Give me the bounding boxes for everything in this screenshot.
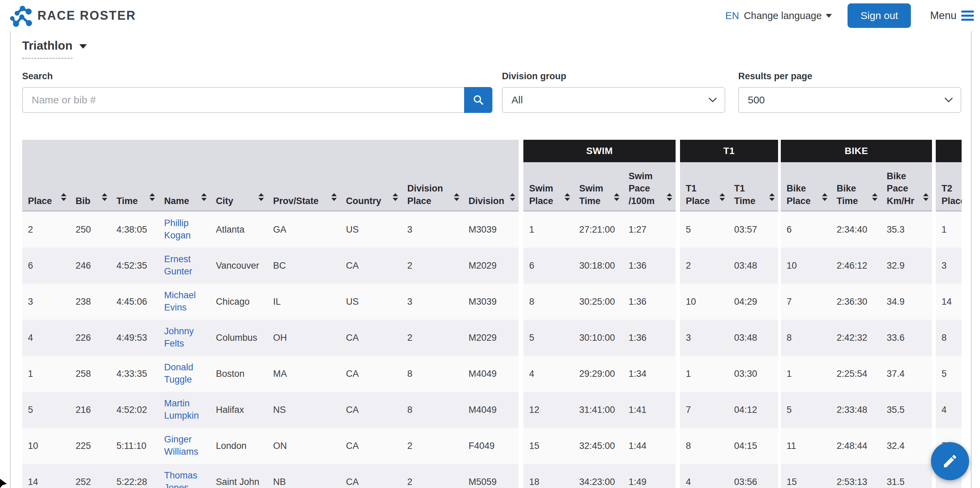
cell-swim-pace: 1:44: [623, 441, 676, 451]
edit-button[interactable]: [931, 442, 969, 480]
results-per-page-select[interactable]: 500: [738, 87, 961, 113]
cell-swim-time: 30:25:00: [573, 296, 623, 307]
group-header-t1: T1: [680, 140, 778, 162]
cell-division-place: 3: [401, 296, 463, 307]
cell-city: Boston: [210, 369, 267, 379]
cell-country: CA: [340, 369, 401, 379]
menu-label: Menu: [930, 10, 956, 22]
event-selector[interactable]: Triathlon: [22, 39, 87, 59]
change-language-button[interactable]: Change language: [744, 10, 832, 21]
cell-bib: 226: [70, 333, 111, 343]
column-header-division-place[interactable]: Division Place: [401, 140, 463, 211]
athlete-name-link[interactable]: Johnny Felts: [164, 325, 210, 350]
column-header-time[interactable]: Time: [111, 140, 158, 211]
cell-t2-place: 1: [936, 225, 962, 235]
cell-bike-pace: 32.9: [881, 260, 932, 271]
sort-icon: [719, 193, 725, 201]
cell-country: US: [340, 296, 401, 307]
group-header-swim: SWIM: [523, 140, 676, 162]
table-header: Place Bib Time Name City Prov/State Coun…: [22, 140, 519, 212]
cell-bike-place: 11: [781, 441, 831, 451]
cell-bike-time: 2:25:54: [831, 369, 881, 379]
cell-bib: 252: [70, 477, 111, 487]
athlete-name-link[interactable]: Martin Lumpkin: [164, 398, 210, 422]
column-header-t1-time[interactable]: T1 Time: [729, 162, 778, 211]
athlete-name-link[interactable]: Thomas Jones: [164, 470, 210, 488]
column-header-bike-place[interactable]: Bike Place: [781, 162, 831, 211]
cell-country: CA: [340, 441, 401, 451]
cell-prov-state: GA: [267, 225, 340, 235]
race-roster-logo[interactable]: RACE ROSTER: [9, 4, 136, 27]
cell-t2-place: 4: [936, 405, 962, 415]
table-row: 52164:52:02Martin LumpkinHalifaxNSCA8M40…: [22, 392, 519, 428]
column-header-bike-pace[interactable]: Bike Pace Km/Hr: [881, 162, 932, 211]
table-row: 62464:52:35Ernest GunterVancouverBCCA2M2…: [22, 247, 519, 284]
table-row: 1231:41:001:41: [523, 392, 676, 428]
cell-division: M5059: [463, 477, 519, 487]
athlete-name-link[interactable]: Phillip Kogan: [164, 217, 210, 241]
column-header-city[interactable]: City: [210, 140, 267, 211]
cell-city: Chicago: [210, 296, 267, 307]
pencil-icon: [942, 453, 958, 469]
filters-row: Search Division group All Re: [22, 71, 961, 122]
cell-division-place: 8: [401, 369, 463, 379]
sort-icon: [614, 193, 619, 201]
cell-time: 4:52:02: [111, 405, 158, 415]
sort-icon: [150, 193, 155, 201]
column-header-name[interactable]: Name: [158, 140, 210, 211]
search-input[interactable]: [22, 87, 464, 113]
cell-city: Saint John: [210, 477, 267, 487]
column-header-t2-place[interactable]: T2 Place: [936, 162, 962, 211]
cell-bike-pace: 32.4: [881, 441, 932, 451]
cell-city: Halifax: [210, 405, 267, 415]
table-row: 8: [936, 320, 962, 356]
athlete-name-link[interactable]: Michael Evins: [164, 289, 210, 314]
cell-t2-place: 5: [936, 369, 962, 379]
cell-bike-pace: 35.3: [881, 225, 932, 235]
results-frame: Triathlon Search Division group All: [10, 31, 972, 488]
table-row: 530:10:001:36: [523, 320, 676, 356]
table-row: 704:12: [680, 392, 778, 428]
column-header-swim-place[interactable]: Swim Place: [523, 162, 573, 211]
column-header-swim-pace[interactable]: Swim Pace /100m: [623, 162, 676, 211]
column-header-division[interactable]: Division: [463, 140, 519, 211]
sort-icon: [102, 193, 107, 201]
cell-bike-pace: 37.4: [881, 369, 932, 379]
cell-time: 4:33:35: [111, 369, 158, 379]
column-header-swim-time[interactable]: Swim Time: [573, 162, 623, 211]
sort-icon: [258, 193, 264, 201]
cell-prov-state: OH: [267, 333, 340, 343]
language-code-label: EN: [725, 10, 739, 21]
cell-t1-time: 03:30: [729, 369, 778, 379]
cell-name: Michael Evins: [158, 289, 210, 314]
cell-t1-place: 5: [680, 225, 729, 235]
athlete-name-link[interactable]: Ginger Williams: [164, 434, 210, 458]
search-button[interactable]: [464, 87, 492, 113]
menu-button[interactable]: Menu: [930, 10, 974, 22]
cell-division: M4049: [463, 405, 519, 415]
column-header-country[interactable]: Country: [340, 140, 401, 211]
column-header-t1-place[interactable]: T1 Place: [680, 162, 729, 211]
column-header-place[interactable]: Place: [22, 140, 70, 211]
cell-division: M3039: [463, 296, 519, 307]
table-row: 429:29:001:34: [523, 356, 676, 392]
column-header-prov-state[interactable]: Prov/State: [267, 140, 340, 211]
cell-bike-time: 2:33:48: [831, 405, 881, 415]
division-group-select[interactable]: All: [502, 87, 725, 113]
cell-place: 6: [22, 260, 70, 271]
cell-t1-place: 1: [680, 369, 729, 379]
chevron-down-icon: [80, 44, 87, 49]
cell-place: 5: [22, 405, 70, 415]
column-header-bike-time[interactable]: Bike Time: [831, 162, 881, 211]
cell-name: Ginger Williams: [158, 434, 210, 458]
cell-swim-place: 8: [523, 296, 573, 307]
cell-t1-place: 3: [680, 333, 729, 343]
column-header-bib[interactable]: Bib: [70, 140, 111, 211]
table-row: 4: [936, 392, 962, 428]
athlete-name-link[interactable]: Donald Tuggle: [164, 361, 210, 386]
sign-out-button[interactable]: Sign out: [848, 3, 911, 28]
cell-t1-time: 03:56: [729, 477, 778, 487]
cell-time: 4:38:05: [111, 225, 158, 235]
cell-division-place: 8: [401, 405, 463, 415]
athlete-name-link[interactable]: Ernest Gunter: [164, 254, 210, 277]
